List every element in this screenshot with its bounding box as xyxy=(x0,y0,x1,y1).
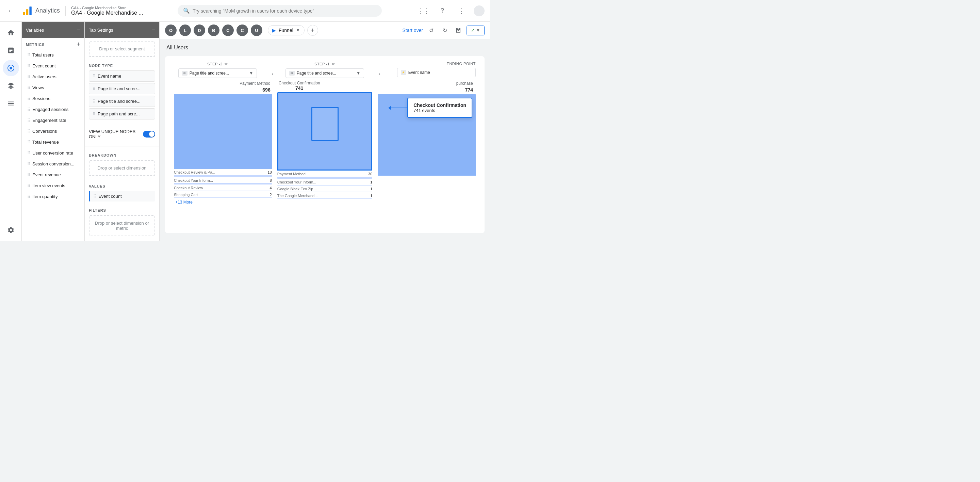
node-type-event-name[interactable]: ⠿ Event name xyxy=(89,70,155,82)
metric-label: Active users xyxy=(32,74,56,79)
reports-icon xyxy=(7,47,14,54)
metric-active-users[interactable]: ⠿ Active users xyxy=(23,72,83,82)
metric-engagement-rate[interactable]: ⠿ Engagement rate xyxy=(23,115,83,126)
sub-item-label: Checkout Review xyxy=(174,186,203,190)
svg-rect-1 xyxy=(26,9,28,15)
sidebar-item-explore[interactable] xyxy=(3,60,19,76)
explore-icon xyxy=(7,64,14,72)
metric-total-revenue[interactable]: ⠿ Total revenue xyxy=(23,137,83,147)
avatar-o[interactable]: O xyxy=(165,24,177,36)
metric-engaged-sessions[interactable]: ⠿ Engaged sessions xyxy=(23,104,83,115)
sidebar-item-configure[interactable] xyxy=(3,95,19,111)
node-type-label: NODE TYPE xyxy=(89,64,155,68)
step-1-page-label: Page title and scree... xyxy=(297,71,336,76)
metric-event-count[interactable]: ⠿ Event count xyxy=(23,60,83,71)
metric-sessions[interactable]: ⠿ Sessions xyxy=(23,93,83,104)
save-button[interactable]: ✓ ▼ xyxy=(466,25,485,35)
settings-icon xyxy=(7,226,14,234)
more-options-button[interactable]: ⋮ xyxy=(455,4,468,18)
share-button[interactable] xyxy=(453,25,464,36)
drag-handle-icon: ⠿ xyxy=(92,86,95,91)
grid-icon-button[interactable]: ⋮⋮ xyxy=(417,4,430,18)
ending-bar-value: 774 xyxy=(375,87,476,92)
start-over-button[interactable]: Start over xyxy=(402,27,423,33)
drag-handle-icon: ⠿ xyxy=(27,64,30,68)
step-1-main-bar[interactable] xyxy=(277,92,372,170)
metric-views[interactable]: ⠿ Views xyxy=(23,83,83,93)
main-layout: Variables − METRICS + ⠿ Total users ⠿ Ev… xyxy=(0,22,490,241)
nav-title-block: GA4 - Google Merchandise Store GA4 - Goo… xyxy=(65,6,143,16)
metric-total-users[interactable]: ⠿ Total users xyxy=(23,50,83,60)
drag-handle-icon: ⠿ xyxy=(27,140,30,145)
undo-button[interactable]: ↺ xyxy=(426,25,437,36)
sidebar-item-reports[interactable] xyxy=(3,42,19,59)
sub-item-label: Shopping Cart xyxy=(174,192,198,197)
view-unique-toggle[interactable] xyxy=(143,131,155,137)
redo-button[interactable]: ↻ xyxy=(439,25,450,36)
ending-selector[interactable]: ⚡ Event name xyxy=(397,68,476,77)
metric-label: Session conversion... xyxy=(32,161,75,167)
step-2-sub-items: Checkout Review & Pa... 18 Checkout Your… xyxy=(174,170,275,205)
metric-user-conversion-rate[interactable]: ⠿ User conversion rate xyxy=(23,148,83,158)
step-1-selector[interactable]: ▤ Page title and scree... ▼ xyxy=(285,68,364,78)
node-type-page-title-1[interactable]: ⠿ Page title and scree... xyxy=(89,83,155,94)
breakdown-drop-zone[interactable]: Drop or select dimension xyxy=(89,160,155,176)
funnel-icon: ▶ xyxy=(272,27,276,33)
sub-item: Checkout Your Inform... 8 xyxy=(174,178,272,183)
values-section: VALUES ⠿ Event count xyxy=(85,180,159,204)
variables-panel-header: Variables − xyxy=(22,22,84,38)
node-type-label-text: Page path and scre... xyxy=(98,111,140,116)
funnel-label: Funnel xyxy=(279,27,293,33)
sub-bar xyxy=(277,185,372,186)
add-step-button[interactable]: + xyxy=(307,25,318,36)
sidebar-item-admin[interactable] xyxy=(3,222,19,238)
sub-item-value: 1 xyxy=(370,180,372,184)
drag-handle-icon: ⠿ xyxy=(92,99,95,104)
add-metric-button[interactable]: + xyxy=(76,41,80,48)
app-name: Analytics xyxy=(35,7,60,14)
metric-label: Conversions xyxy=(32,129,57,134)
metric-session-conversion[interactable]: ⠿ Session conversion... xyxy=(23,159,83,169)
metric-conversions[interactable]: ⠿ Conversions xyxy=(23,126,83,137)
metrics-section-header: METRICS + xyxy=(22,38,84,49)
filters-section: FILTERS Drop or select dimension ormetri… xyxy=(85,204,159,238)
checkout-confirm-count: 741 xyxy=(279,86,320,91)
node-type-page-title-2[interactable]: ⠿ Page title and scree... xyxy=(89,95,155,107)
funnel-type-selector[interactable]: ▶ Funnel ▼ xyxy=(268,25,305,35)
step-1-bar-header: Checkout Confirmation 741 xyxy=(275,81,375,92)
avatar-b[interactable]: B xyxy=(208,24,220,36)
variables-panel-close[interactable]: − xyxy=(76,27,80,34)
avatar-c2[interactable]: C xyxy=(237,24,248,36)
step-2-main-bar[interactable] xyxy=(174,94,272,169)
step-2-bar-name: Payment Method xyxy=(174,81,275,86)
search-input[interactable] xyxy=(192,8,376,14)
filters-drop-zone[interactable]: Drop or select dimension ormetric xyxy=(89,215,155,236)
sidebar-item-advertising[interactable] xyxy=(3,78,19,94)
step-2-selector[interactable]: ▤ Page title and scree... ▼ xyxy=(178,68,257,78)
sub-item: Checkout Review & Pa... 18 xyxy=(174,170,272,174)
avatar-c1[interactable]: C xyxy=(222,24,234,36)
node-type-page-path[interactable]: ⠿ Page path and scre... xyxy=(89,108,155,119)
funnel-tooltip: Checkout Confirmation 741 events xyxy=(407,98,472,118)
avatar-d[interactable]: D xyxy=(194,24,205,36)
sidebar-item-home[interactable] xyxy=(3,24,19,41)
metric-label: Engaged sessions xyxy=(32,107,68,112)
avatar-u[interactable]: U xyxy=(251,24,262,36)
avatar-l[interactable]: L xyxy=(179,24,191,36)
drag-handle-icon: ⠿ xyxy=(27,107,30,112)
segment-drop-zone[interactable]: Drop or select segment xyxy=(89,41,155,57)
metric-event-revenue[interactable]: ⠿ Event revenue xyxy=(23,170,83,180)
step-2-column: Payment Method 696 Checkout Review & Pa.… xyxy=(174,81,275,205)
tab-settings-header: Tab Settings − xyxy=(85,22,159,38)
user-avatar[interactable] xyxy=(474,5,485,16)
value-event-count[interactable]: ⠿ Event count xyxy=(89,191,155,202)
metric-item-view-events[interactable]: ⠿ Item view events xyxy=(23,180,83,191)
tab-settings-close[interactable]: − xyxy=(151,27,155,34)
step-2-edit-icon[interactable]: ✏ xyxy=(224,62,228,66)
step-1-edit-icon[interactable]: ✏ xyxy=(332,62,335,66)
help-icon-button[interactable]: ? xyxy=(436,4,449,18)
metric-item-quantity[interactable]: ⠿ Item quantity xyxy=(23,191,83,202)
more-items-link[interactable]: +13 More xyxy=(174,200,192,205)
ending-column: purchase 774 xyxy=(375,81,476,176)
back-button[interactable]: ← xyxy=(5,5,16,16)
